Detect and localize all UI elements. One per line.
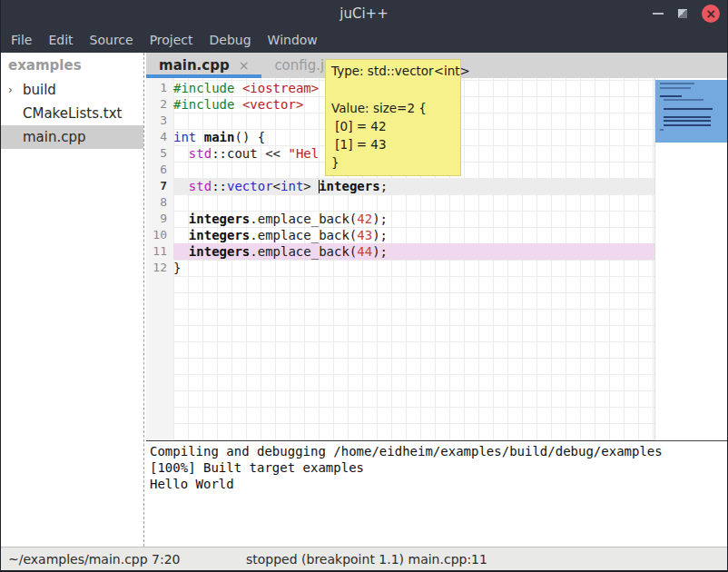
minimap[interactable] xyxy=(654,78,727,440)
debug-value-tooltip: Type: std::vector<int> Value: size=2 { [… xyxy=(325,59,461,176)
code-token xyxy=(173,228,189,242)
status-file-position: ~/examples/main.cpp 7:20 xyxy=(8,552,181,567)
code-token: integers xyxy=(319,179,379,193)
line-number[interactable]: 5 xyxy=(146,145,173,162)
tab-main-cpp[interactable]: main.cpp× xyxy=(146,53,261,78)
output-panel[interactable]: Compiling and debugging /home/eidheim/ex… xyxy=(146,440,727,547)
menu-project[interactable]: Project xyxy=(142,33,202,47)
status-debug: stopped (breakpoint 1.1) main.cpp:11 xyxy=(246,552,487,567)
code-token: int xyxy=(280,179,303,193)
tooltip-value: Value: size=2 { [0] = 42 [1] = 43} xyxy=(331,81,455,172)
code-token: () { xyxy=(234,130,265,144)
code-token xyxy=(196,130,203,144)
line-number[interactable]: 3 xyxy=(146,113,173,129)
code-token: integers xyxy=(189,244,250,259)
code-text: } xyxy=(173,260,654,276)
sidebar-item-label: build xyxy=(23,82,56,98)
menu-file[interactable]: File xyxy=(3,33,40,47)
tooltip-line: [1] = 43 xyxy=(331,135,455,153)
line-number[interactable]: 6 xyxy=(146,162,173,178)
minimap-code-line xyxy=(664,124,711,126)
code-text: std::vector<int> integers; xyxy=(173,178,654,194)
menu-window[interactable]: Window xyxy=(260,33,326,47)
minimap-code-line xyxy=(660,83,694,84)
line-number[interactable]: 4 xyxy=(146,129,173,145)
tooltip-line: } xyxy=(331,153,455,172)
code-token: main xyxy=(204,130,235,144)
window-controls: × xyxy=(653,0,720,27)
code-token: < xyxy=(273,179,280,193)
code-line[interactable]: 7 std::vector<int> integers; xyxy=(146,178,654,194)
file-tree-sidebar: examples ›buildCMakeLists.txtmain.cpp xyxy=(1,53,143,547)
output-line: Compiling and debugging /home/eidheim/ex… xyxy=(150,443,723,459)
code-token xyxy=(173,179,189,193)
line-number[interactable]: 1 xyxy=(146,80,173,96)
code-token xyxy=(234,81,241,95)
code-token: std xyxy=(189,179,212,193)
code-line[interactable]: 10 integers.emplace_back(43); xyxy=(146,227,654,243)
line-number[interactable]: 11 xyxy=(146,243,173,260)
line-number[interactable]: 7 xyxy=(146,178,173,194)
code-token: #include xyxy=(173,97,234,112)
code-text: integers.emplace_back(44); xyxy=(173,243,654,260)
code-text xyxy=(173,194,654,211)
code-token: 42 xyxy=(357,212,372,226)
code-line[interactable]: 12} xyxy=(146,260,654,276)
code-token: #include xyxy=(173,81,234,95)
titlebar[interactable]: juCi++ × xyxy=(1,0,727,27)
minimap-code-line xyxy=(660,87,691,89)
tooltip-line: [0] = 42 xyxy=(331,117,455,135)
code-token xyxy=(173,212,189,226)
restore-icon[interactable] xyxy=(678,9,687,18)
menu-edit[interactable]: Edit xyxy=(40,33,81,47)
menu-source[interactable]: Source xyxy=(82,33,142,47)
line-number[interactable]: 10 xyxy=(146,227,173,243)
sidebar-item-build[interactable]: ›build xyxy=(1,78,143,102)
code-token: <vector> xyxy=(242,97,303,112)
code-token: <iostream> xyxy=(242,81,319,95)
code-token: } xyxy=(173,261,181,275)
expander-icon[interactable]: › xyxy=(8,84,23,96)
code-token: ::cout << xyxy=(212,146,288,161)
code-token: ); xyxy=(372,212,388,226)
menu-debug[interactable]: Debug xyxy=(202,33,260,47)
code-line[interactable]: 11 integers.emplace_back(44); xyxy=(146,243,654,260)
code-token: .emplace_back( xyxy=(250,212,357,226)
file-tree: ›buildCMakeLists.txtmain.cpp xyxy=(1,78,143,149)
code-token: :: xyxy=(212,179,227,193)
tooltip-line xyxy=(331,81,455,99)
line-number[interactable]: 9 xyxy=(146,211,173,227)
line-number[interactable]: 8 xyxy=(146,194,173,211)
minimize-icon[interactable] xyxy=(653,13,664,15)
code-line[interactable]: 9 integers.emplace_back(42); xyxy=(146,211,654,227)
code-text: integers.emplace_back(43); xyxy=(173,227,654,243)
minimap-viewport[interactable] xyxy=(655,80,727,143)
code-token: vector xyxy=(227,179,273,193)
code-token: integers xyxy=(189,212,250,226)
sidebar-item-cmakelists-txt[interactable]: CMakeLists.txt xyxy=(1,102,143,125)
tooltip-type-label: Type: std::vector<int> xyxy=(331,62,455,81)
sidebar-item-label: CMakeLists.txt xyxy=(23,105,122,122)
line-number[interactable]: 12 xyxy=(146,260,173,276)
minimap-code-line xyxy=(664,116,711,118)
close-button[interactable]: × xyxy=(702,5,720,23)
code-token: "Hel xyxy=(288,146,319,161)
code-token: 44 xyxy=(357,244,372,259)
code-token xyxy=(173,244,189,259)
sidebar-item-main-cpp[interactable]: main.cpp xyxy=(1,125,143,149)
code-token xyxy=(234,97,241,112)
code-token xyxy=(173,146,189,161)
code-line[interactable]: 8 xyxy=(146,194,654,211)
menubar: FileEditSourceProjectDebugWindow xyxy=(1,27,727,53)
code-token: std xyxy=(189,146,212,161)
close-icon: × xyxy=(705,7,716,20)
line-number[interactable]: 2 xyxy=(146,96,173,113)
minimap-code-line xyxy=(660,129,664,131)
code-token: int xyxy=(173,130,196,144)
code-token: ); xyxy=(372,228,388,242)
minimap-code-line xyxy=(664,120,711,122)
tooltip-line: Value: size=2 { xyxy=(331,99,455,117)
project-name-label: examples xyxy=(1,53,143,78)
tab-close-icon[interactable]: × xyxy=(239,59,250,72)
code-token: ; xyxy=(380,179,388,193)
